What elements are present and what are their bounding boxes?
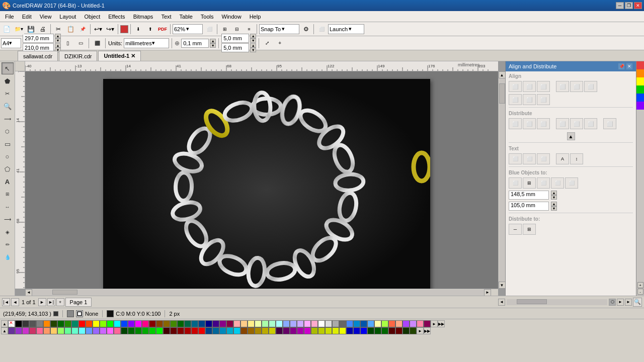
cs-blue[interactable] xyxy=(636,94,645,102)
dist-to-btn2[interactable]: ⊞ xyxy=(523,224,536,235)
pal2-c19[interactable] xyxy=(135,327,142,334)
minimize-button[interactable]: ─ xyxy=(616,2,624,9)
pos-y-input[interactable]: 105,0 mm xyxy=(509,202,549,211)
pal-c38[interactable] xyxy=(276,320,283,327)
units-combo[interactable]: millimetres▾ xyxy=(124,38,169,48)
smart-draw-btn[interactable]: ⬡ xyxy=(2,125,14,137)
align-tl-btn[interactable]: ⬜ xyxy=(509,94,522,105)
dist-top-btn[interactable]: ⬜ xyxy=(556,118,569,129)
pal2-c50[interactable] xyxy=(353,327,360,334)
menu-file[interactable]: File xyxy=(1,11,18,22)
pal-c3[interactable] xyxy=(36,320,43,327)
dimension-tool-btn[interactable]: ↔ xyxy=(2,201,14,213)
page-tab-1[interactable]: Page 1 xyxy=(65,298,92,307)
pal2-c4[interactable] xyxy=(29,327,36,334)
pal2-c57[interactable] xyxy=(403,327,410,334)
align-bottom-btn[interactable]: ⬜ xyxy=(584,81,597,92)
first-page-btn[interactable]: |◄ xyxy=(2,298,10,306)
text-align-extra-btn[interactable]: A xyxy=(556,153,569,164)
pal-mgray[interactable] xyxy=(332,320,339,327)
add-page-btn[interactable]: + xyxy=(56,298,64,306)
pal2-c20[interactable] xyxy=(142,327,149,334)
new-button[interactable]: 📄 xyxy=(1,24,12,35)
scroll-up-btn[interactable]: ▲ xyxy=(499,71,506,78)
pal2-c45[interactable] xyxy=(318,327,325,334)
page-width-input[interactable]: 297,0 mm xyxy=(23,34,54,43)
pal-c42[interactable] xyxy=(304,320,311,327)
pal2-c16[interactable] xyxy=(114,327,121,334)
pal2-c9[interactable] xyxy=(64,327,71,334)
nudge3-input[interactable]: 5,0 mm xyxy=(221,43,249,52)
menu-layout[interactable]: Layout xyxy=(55,11,80,22)
pal2-c48[interactable] xyxy=(339,327,346,334)
cs-orange[interactable] xyxy=(636,69,645,77)
pal2-c49[interactable] xyxy=(346,327,353,334)
menu-object[interactable]: Object xyxy=(80,11,104,22)
transform-button[interactable]: ⤢ xyxy=(262,38,273,49)
pal-c11[interactable] xyxy=(86,320,93,327)
scroll-thumb-v[interactable] xyxy=(499,83,505,104)
redo-button[interactable]: ↪▾ xyxy=(105,24,116,35)
pal2-c33[interactable] xyxy=(233,327,240,334)
table-tool-btn[interactable]: ⊞ xyxy=(2,188,14,200)
export-button[interactable]: ⬆ xyxy=(145,24,156,35)
pal-pink[interactable] xyxy=(142,320,149,327)
pal-magenta[interactable] xyxy=(135,320,142,327)
pal-white[interactable] xyxy=(318,320,325,327)
pal-purple[interactable] xyxy=(128,320,135,327)
view-mode-btn3[interactable]: ≡ xyxy=(244,24,255,35)
dist-right-btn[interactable]: ⬜ xyxy=(537,118,550,129)
open-button[interactable]: 📁▾ xyxy=(13,24,24,35)
pal-c33[interactable] xyxy=(240,320,248,327)
pal-c29[interactable] xyxy=(212,320,219,327)
color-btn[interactable] xyxy=(120,25,128,33)
pal-lime[interactable] xyxy=(100,320,107,327)
pal-cyan[interactable] xyxy=(114,320,121,327)
pal2-c39[interactable] xyxy=(276,327,283,334)
zoom-combo[interactable]: 62%▾ xyxy=(173,24,203,34)
nudge2-input[interactable]: 5,0 mm xyxy=(221,34,249,43)
align-obj-btn5[interactable]: ⬜ xyxy=(565,177,578,189)
dist-center-v-btn[interactable]: ⬜ xyxy=(570,118,583,129)
pal2-c2[interactable] xyxy=(15,327,22,334)
pal2-c34[interactable] xyxy=(240,327,248,334)
pal-yellow[interactable] xyxy=(93,320,100,327)
menu-bitmaps[interactable]: Bitmaps xyxy=(129,11,157,22)
pal-black[interactable] xyxy=(15,320,22,327)
pal2-c35[interactable] xyxy=(248,327,255,334)
align-tc-btn[interactable]: ⬜ xyxy=(523,94,536,105)
pal2-c25[interactable] xyxy=(177,327,184,334)
pal2-c42[interactable] xyxy=(297,327,304,334)
pal2-c11[interactable] xyxy=(78,327,86,334)
save-button[interactable]: 💾 xyxy=(25,24,36,35)
align-obj-btn4[interactable]: ⬜ xyxy=(551,177,564,189)
shape-tool-btn[interactable]: ⬟ xyxy=(2,75,14,87)
pal-transparent[interactable]: ✕ xyxy=(8,320,15,327)
restore-button[interactable]: ❐ xyxy=(625,2,633,9)
launch-combo[interactable]: Launch▾ xyxy=(328,24,364,34)
align-tr-btn[interactable]: ⬜ xyxy=(537,94,550,105)
text-scale-btn[interactable]: ↕ xyxy=(570,153,583,164)
zoom-level-btn[interactable]: 🔍 xyxy=(633,298,642,307)
pal2-c56[interactable] xyxy=(395,327,403,334)
pal2-c10[interactable] xyxy=(71,327,78,334)
pal-skyblue[interactable] xyxy=(367,320,374,327)
pal-c31[interactable] xyxy=(226,320,233,327)
pal2-c18[interactable] xyxy=(128,327,135,334)
pal2-c46[interactable] xyxy=(325,327,332,334)
align-center-v-btn[interactable]: ⬜ xyxy=(570,81,583,92)
palette-right2-btn[interactable]: ► xyxy=(417,327,424,334)
palette-more2-btn[interactable]: ▶▶ xyxy=(424,327,431,334)
pal-c24[interactable] xyxy=(177,320,184,327)
coord-btn[interactable] xyxy=(53,311,58,316)
scrollbar-bottom[interactable]: ◄ ► xyxy=(25,289,498,296)
pal-bluelight[interactable] xyxy=(346,320,353,327)
pal2-c3[interactable] xyxy=(22,327,29,334)
fill-tool-btn[interactable]: ✏ xyxy=(2,238,14,250)
guide-button[interactable]: ⬜ xyxy=(316,24,327,35)
next-page-btn[interactable]: ► xyxy=(38,298,46,306)
pal2-c17[interactable] xyxy=(121,327,128,334)
h-scroll-track2[interactable] xyxy=(507,299,607,305)
pos-x-spinner[interactable]: ▲ ▼ xyxy=(551,191,557,200)
nudge-spinner[interactable]: ▲ ▼ xyxy=(210,39,216,48)
